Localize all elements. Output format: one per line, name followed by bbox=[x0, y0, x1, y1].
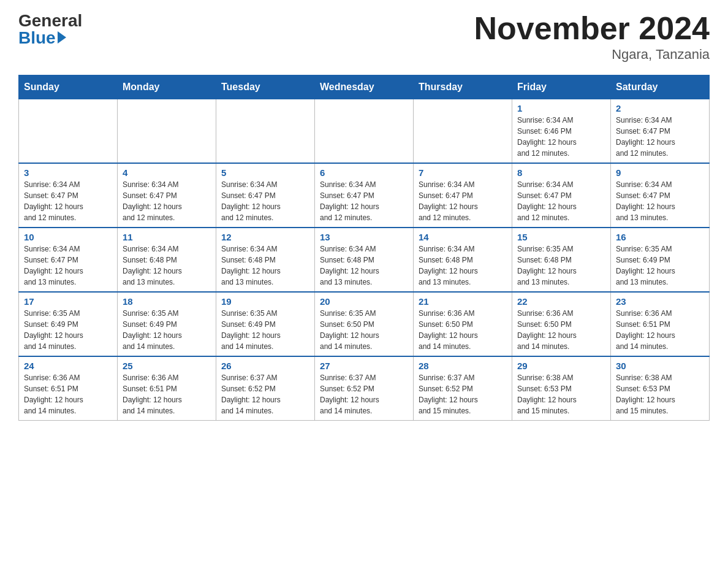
weekday-header-wednesday: Wednesday bbox=[315, 75, 414, 99]
day-info-text: Sunrise: 6:36 AM Sunset: 6:51 PM Dayligh… bbox=[616, 308, 704, 352]
calendar-cell: 4Sunrise: 6:34 AM Sunset: 6:47 PM Daylig… bbox=[118, 163, 216, 228]
calendar-cell: 13Sunrise: 6:34 AM Sunset: 6:48 PM Dayli… bbox=[315, 228, 414, 292]
day-number: 14 bbox=[419, 232, 507, 242]
week-row-4: 17Sunrise: 6:35 AM Sunset: 6:49 PM Dayli… bbox=[19, 292, 710, 356]
calendar-cell: 7Sunrise: 6:34 AM Sunset: 6:47 PM Daylig… bbox=[414, 163, 512, 228]
day-info-text: Sunrise: 6:36 AM Sunset: 6:50 PM Dayligh… bbox=[517, 308, 605, 352]
calendar-table: SundayMondayTuesdayWednesdayThursdayFrid… bbox=[18, 75, 710, 421]
day-number: 18 bbox=[123, 296, 211, 307]
day-info-text: Sunrise: 6:37 AM Sunset: 6:52 PM Dayligh… bbox=[320, 372, 408, 416]
day-info-text: Sunrise: 6:36 AM Sunset: 6:51 PM Dayligh… bbox=[123, 372, 211, 416]
calendar-cell: 26Sunrise: 6:37 AM Sunset: 6:52 PM Dayli… bbox=[216, 356, 315, 421]
page-header: General Blue November 2024 Ngara, Tanzan… bbox=[18, 12, 710, 63]
calendar-cell: 16Sunrise: 6:35 AM Sunset: 6:49 PM Dayli… bbox=[611, 228, 710, 292]
day-info-text: Sunrise: 6:34 AM Sunset: 6:48 PM Dayligh… bbox=[221, 243, 309, 288]
day-number: 9 bbox=[616, 167, 704, 178]
title-block: November 2024 Ngara, Tanzania bbox=[474, 12, 710, 63]
day-number: 26 bbox=[221, 361, 309, 371]
calendar-cell: 25Sunrise: 6:36 AM Sunset: 6:51 PM Dayli… bbox=[118, 356, 216, 421]
day-number: 25 bbox=[123, 361, 211, 371]
day-number: 2 bbox=[616, 103, 704, 113]
day-number: 19 bbox=[221, 296, 309, 307]
calendar-cell: 30Sunrise: 6:38 AM Sunset: 6:53 PM Dayli… bbox=[611, 356, 710, 421]
day-info-text: Sunrise: 6:35 AM Sunset: 6:49 PM Dayligh… bbox=[221, 308, 309, 352]
calendar-cell: 18Sunrise: 6:35 AM Sunset: 6:49 PM Dayli… bbox=[118, 292, 216, 356]
calendar-cell: 1Sunrise: 6:34 AM Sunset: 6:46 PM Daylig… bbox=[512, 99, 611, 164]
month-title: November 2024 bbox=[474, 12, 710, 44]
day-number: 20 bbox=[320, 296, 408, 307]
day-number: 4 bbox=[123, 167, 211, 178]
day-info-text: Sunrise: 6:38 AM Sunset: 6:53 PM Dayligh… bbox=[517, 372, 605, 416]
day-number: 23 bbox=[616, 296, 704, 307]
day-info-text: Sunrise: 6:34 AM Sunset: 6:47 PM Dayligh… bbox=[616, 115, 704, 159]
calendar-cell: 20Sunrise: 6:35 AM Sunset: 6:50 PM Dayli… bbox=[315, 292, 414, 356]
calendar-cell bbox=[216, 99, 315, 164]
calendar-cell: 15Sunrise: 6:35 AM Sunset: 6:48 PM Dayli… bbox=[512, 228, 611, 292]
logo-blue-text: Blue bbox=[18, 29, 56, 47]
weekday-header-friday: Friday bbox=[512, 75, 611, 99]
calendar-cell: 10Sunrise: 6:34 AM Sunset: 6:47 PM Dayli… bbox=[19, 228, 118, 292]
calendar-cell: 5Sunrise: 6:34 AM Sunset: 6:47 PM Daylig… bbox=[216, 163, 315, 228]
calendar-cell: 24Sunrise: 6:36 AM Sunset: 6:51 PM Dayli… bbox=[19, 356, 118, 421]
day-number: 30 bbox=[616, 361, 704, 371]
day-number: 13 bbox=[320, 232, 408, 242]
day-info-text: Sunrise: 6:35 AM Sunset: 6:50 PM Dayligh… bbox=[320, 308, 408, 352]
day-info-text: Sunrise: 6:35 AM Sunset: 6:49 PM Dayligh… bbox=[616, 243, 704, 288]
calendar-cell: 6Sunrise: 6:34 AM Sunset: 6:47 PM Daylig… bbox=[315, 163, 414, 228]
calendar-cell: 27Sunrise: 6:37 AM Sunset: 6:52 PM Dayli… bbox=[315, 356, 414, 421]
weekday-header-sunday: Sunday bbox=[19, 75, 118, 99]
week-row-2: 3Sunrise: 6:34 AM Sunset: 6:47 PM Daylig… bbox=[19, 163, 710, 228]
weekday-header-tuesday: Tuesday bbox=[216, 75, 315, 99]
weekday-header-saturday: Saturday bbox=[611, 75, 710, 99]
calendar-cell: 9Sunrise: 6:34 AM Sunset: 6:47 PM Daylig… bbox=[611, 163, 710, 228]
calendar-cell: 8Sunrise: 6:34 AM Sunset: 6:47 PM Daylig… bbox=[512, 163, 611, 228]
day-number: 21 bbox=[419, 296, 507, 307]
day-info-text: Sunrise: 6:34 AM Sunset: 6:47 PM Dayligh… bbox=[24, 179, 112, 223]
day-info-text: Sunrise: 6:34 AM Sunset: 6:47 PM Dayligh… bbox=[419, 179, 507, 223]
day-number: 27 bbox=[320, 361, 408, 371]
calendar-cell: 21Sunrise: 6:36 AM Sunset: 6:50 PM Dayli… bbox=[414, 292, 512, 356]
calendar-cell: 11Sunrise: 6:34 AM Sunset: 6:48 PM Dayli… bbox=[118, 228, 216, 292]
day-info-text: Sunrise: 6:34 AM Sunset: 6:48 PM Dayligh… bbox=[419, 243, 507, 288]
calendar-cell: 3Sunrise: 6:34 AM Sunset: 6:47 PM Daylig… bbox=[19, 163, 118, 228]
week-row-5: 24Sunrise: 6:36 AM Sunset: 6:51 PM Dayli… bbox=[19, 356, 710, 421]
day-info-text: Sunrise: 6:35 AM Sunset: 6:49 PM Dayligh… bbox=[123, 308, 211, 352]
day-number: 7 bbox=[419, 167, 507, 178]
day-info-text: Sunrise: 6:35 AM Sunset: 6:48 PM Dayligh… bbox=[517, 243, 605, 288]
day-info-text: Sunrise: 6:36 AM Sunset: 6:51 PM Dayligh… bbox=[24, 372, 112, 416]
day-number: 11 bbox=[123, 232, 211, 242]
day-number: 12 bbox=[221, 232, 309, 242]
day-number: 6 bbox=[320, 167, 408, 178]
day-number: 1 bbox=[517, 103, 605, 113]
calendar-cell: 14Sunrise: 6:34 AM Sunset: 6:48 PM Dayli… bbox=[414, 228, 512, 292]
calendar-cell bbox=[315, 99, 414, 164]
day-info-text: Sunrise: 6:34 AM Sunset: 6:47 PM Dayligh… bbox=[24, 243, 112, 288]
calendar-cell: 2Sunrise: 6:34 AM Sunset: 6:47 PM Daylig… bbox=[611, 99, 710, 164]
day-number: 10 bbox=[24, 232, 112, 242]
day-number: 15 bbox=[517, 232, 605, 242]
day-info-text: Sunrise: 6:34 AM Sunset: 6:47 PM Dayligh… bbox=[221, 179, 309, 223]
calendar-cell: 28Sunrise: 6:37 AM Sunset: 6:52 PM Dayli… bbox=[414, 356, 512, 421]
calendar-cell bbox=[414, 99, 512, 164]
weekday-header-row: SundayMondayTuesdayWednesdayThursdayFrid… bbox=[19, 75, 710, 99]
day-number: 22 bbox=[517, 296, 605, 307]
calendar-cell bbox=[118, 99, 216, 164]
weekday-header-monday: Monday bbox=[118, 75, 216, 99]
day-number: 29 bbox=[517, 361, 605, 371]
calendar-cell: 17Sunrise: 6:35 AM Sunset: 6:49 PM Dayli… bbox=[19, 292, 118, 356]
day-info-text: Sunrise: 6:37 AM Sunset: 6:52 PM Dayligh… bbox=[221, 372, 309, 416]
calendar-cell bbox=[19, 99, 118, 164]
week-row-3: 10Sunrise: 6:34 AM Sunset: 6:47 PM Dayli… bbox=[19, 228, 710, 292]
calendar-cell: 19Sunrise: 6:35 AM Sunset: 6:49 PM Dayli… bbox=[216, 292, 315, 356]
day-number: 3 bbox=[24, 167, 112, 178]
logo-general-text: General bbox=[18, 12, 82, 29]
day-info-text: Sunrise: 6:34 AM Sunset: 6:48 PM Dayligh… bbox=[123, 243, 211, 288]
day-info-text: Sunrise: 6:34 AM Sunset: 6:47 PM Dayligh… bbox=[616, 179, 704, 223]
location-subtitle: Ngara, Tanzania bbox=[474, 47, 710, 63]
day-number: 16 bbox=[616, 232, 704, 242]
day-number: 5 bbox=[221, 167, 309, 178]
day-number: 28 bbox=[419, 361, 507, 371]
day-number: 8 bbox=[517, 167, 605, 178]
day-info-text: Sunrise: 6:36 AM Sunset: 6:50 PM Dayligh… bbox=[419, 308, 507, 352]
day-info-text: Sunrise: 6:34 AM Sunset: 6:48 PM Dayligh… bbox=[320, 243, 408, 288]
